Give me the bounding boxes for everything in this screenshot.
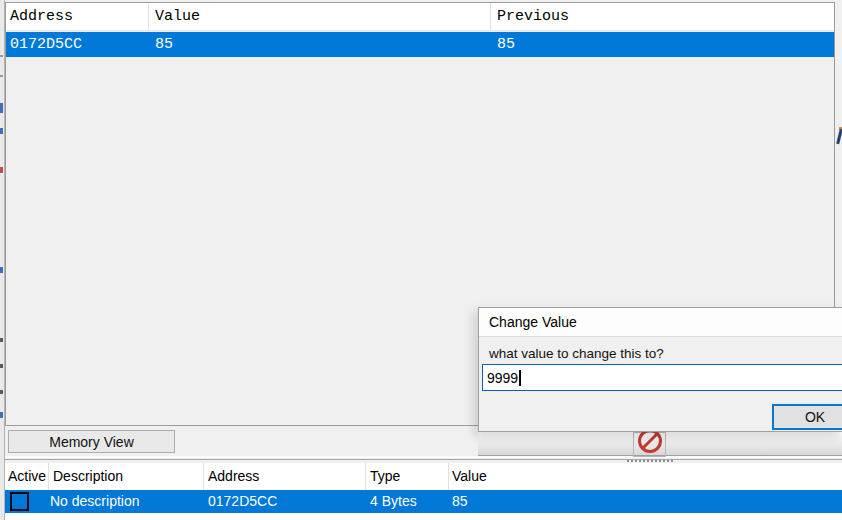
panel-separator-highlight xyxy=(5,456,842,458)
sliver-mark xyxy=(0,75,3,77)
sliver-mark xyxy=(0,364,3,368)
row-address: 0172D5CC xyxy=(208,493,277,509)
address-list-header: Active Description Address Type Value xyxy=(5,463,842,490)
scan-row-value: 85 xyxy=(155,36,173,53)
sliver-mark xyxy=(0,267,3,273)
ok-button-label: OK xyxy=(805,409,825,425)
address-list-row-selected[interactable]: No description 0172D5CC 4 Bytes 85 xyxy=(5,490,842,513)
memory-view-button[interactable]: Memory View xyxy=(8,430,175,453)
sliver-mark xyxy=(0,103,3,113)
value-input-text: 9999 xyxy=(487,370,518,386)
row-description: No description xyxy=(50,493,140,509)
column-divider xyxy=(203,463,204,490)
clipped-glyph-slash xyxy=(836,129,842,144)
column-divider xyxy=(448,463,449,490)
text-caret xyxy=(519,370,521,386)
scan-result-row-selected[interactable]: 0172D5CC 85 85 xyxy=(6,32,834,57)
sliver-mark xyxy=(0,412,3,418)
column-divider xyxy=(490,3,491,31)
row-type: 4 Bytes xyxy=(370,493,417,509)
column-divider xyxy=(365,463,366,490)
address-list-empty-area xyxy=(5,513,842,520)
active-checkbox[interactable] xyxy=(10,492,29,511)
column-header-address[interactable]: Address xyxy=(10,8,73,25)
value-input[interactable]: 9999 xyxy=(482,364,842,391)
column-header-address[interactable]: Address xyxy=(208,468,259,484)
column-header-description[interactable]: Description xyxy=(53,468,123,484)
blocked-icon-box[interactable] xyxy=(633,432,666,457)
row-value: 85 xyxy=(452,493,468,509)
scan-row-previous: 85 xyxy=(497,36,515,53)
dialog-title-bar[interactable]: Change Value xyxy=(479,308,842,337)
sliver-mark xyxy=(0,167,3,173)
column-divider xyxy=(48,463,49,490)
panel-separator xyxy=(5,459,842,460)
dialog-title: Change Value xyxy=(489,314,577,330)
clipped-text-fragment xyxy=(835,127,842,145)
scan-results-header: Address Value Previous xyxy=(6,3,834,31)
sliver-mark xyxy=(0,128,3,134)
change-value-dialog: Change Value what value to change this t… xyxy=(478,307,842,432)
ok-button[interactable]: OK xyxy=(772,404,842,430)
memory-view-label: Memory View xyxy=(49,434,134,450)
column-header-value[interactable]: Value xyxy=(155,8,200,25)
column-divider xyxy=(148,3,149,31)
sliver-mark xyxy=(0,390,3,394)
background-window-sliver xyxy=(0,0,5,520)
column-header-active[interactable]: Active xyxy=(8,468,46,484)
cheat-engine-window: Address Value Previous 0172D5CC 85 85 Me… xyxy=(0,0,842,520)
dialog-prompt-label: what value to change this to? xyxy=(489,346,664,361)
column-header-type[interactable]: Type xyxy=(370,468,400,484)
sliver-mark xyxy=(0,338,3,342)
scan-row-address: 0172D5CC xyxy=(10,36,82,53)
column-header-previous[interactable]: Previous xyxy=(497,8,569,25)
sliver-mark xyxy=(0,55,3,57)
column-header-value[interactable]: Value xyxy=(452,468,487,484)
